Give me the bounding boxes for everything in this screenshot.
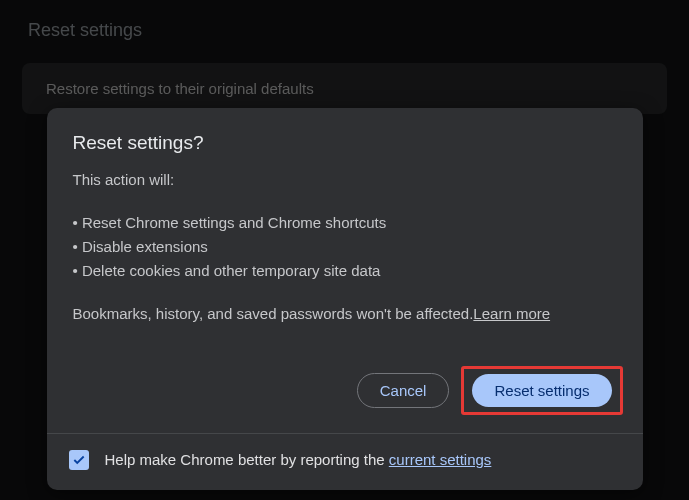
cancel-button[interactable]: Cancel — [357, 373, 450, 408]
reset-settings-dialog: Reset settings? This action will: • Rese… — [47, 108, 643, 490]
dialog-lead: This action will: — [73, 168, 617, 191]
check-icon — [72, 453, 86, 467]
bullet-item: • Reset Chrome settings and Chrome short… — [73, 211, 617, 235]
dialog-title: Reset settings? — [73, 132, 617, 154]
note-text: Bookmarks, history, and saved passwords … — [73, 305, 474, 322]
dialog-bullets: • Reset Chrome settings and Chrome short… — [73, 211, 617, 283]
footer-prefix: Help make Chrome better by reporting the — [105, 451, 389, 468]
current-settings-link[interactable]: current settings — [389, 451, 492, 468]
modal-overlay: Reset settings? This action will: • Rese… — [0, 0, 689, 500]
footer-text: Help make Chrome better by reporting the… — [105, 451, 492, 468]
dialog-actions: Cancel Reset settings — [47, 346, 643, 433]
report-settings-checkbox[interactable] — [69, 450, 89, 470]
dialog-note: Bookmarks, history, and saved passwords … — [73, 303, 617, 326]
reset-settings-button[interactable]: Reset settings — [472, 374, 611, 407]
bullet-item: • Delete cookies and other temporary sit… — [73, 259, 617, 283]
learn-more-link[interactable]: Learn more — [473, 305, 550, 322]
highlight-annotation: Reset settings — [461, 366, 622, 415]
dialog-footer: Help make Chrome better by reporting the… — [47, 433, 643, 490]
bullet-item: • Disable extensions — [73, 235, 617, 259]
